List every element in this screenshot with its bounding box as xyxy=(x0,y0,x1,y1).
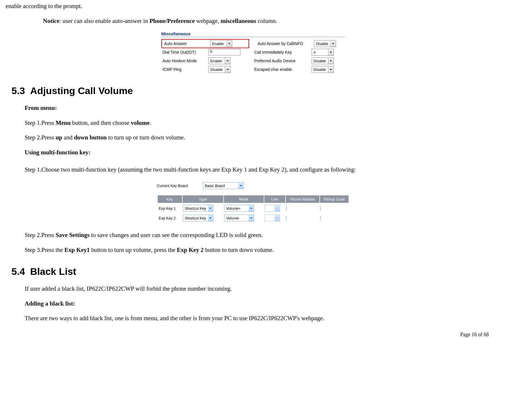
select[interactable]: Volume- xyxy=(224,215,254,221)
kb-cell xyxy=(286,214,319,222)
notice-t2: webpage, xyxy=(195,18,220,24)
kb-key-cell: Exp Key 1 xyxy=(158,204,182,213)
keyboard-screenshot: Current Key Board Basic Board KeyTypeMod… xyxy=(157,182,349,223)
mfk-s3b: Exp Key1 xyxy=(65,246,90,253)
kb-header-cell: Line xyxy=(264,195,285,203)
adding-blacklist-subhead: Adding a black list: xyxy=(25,299,477,308)
misc-label: Escaped char enable xyxy=(246,67,312,72)
s2c: and xyxy=(62,134,74,141)
current-keyboard-select[interactable]: Basic Board xyxy=(203,182,244,189)
kb-cell: Volume+ xyxy=(224,204,264,213)
mfk-s2a: Step 2.Press xyxy=(25,232,56,238)
using-mfk-subhead: Using multi-function key: xyxy=(25,148,477,157)
chevron-down-icon xyxy=(249,215,254,221)
misc-ctrl: 5 xyxy=(208,49,246,55)
s1a: Step 1.Press xyxy=(25,119,56,126)
misc-screenshot: Miscellaneous Auto AnswerEnableAuto Answ… xyxy=(161,31,345,74)
blacklist-intro: If user added a black list, IP622C/IP622… xyxy=(25,284,477,293)
kb-key-cell: Exp Key 2 xyxy=(158,214,182,222)
section-5-4-heading: 5.4Black List xyxy=(11,266,500,277)
select[interactable]: Volume+ xyxy=(224,205,254,212)
kb-cell xyxy=(320,214,348,222)
chevron-down-icon xyxy=(238,182,243,189)
select[interactable]: Enable xyxy=(210,40,232,47)
kb-top-label: Current Key Board xyxy=(157,184,203,188)
kb-cell xyxy=(286,204,319,213)
misc-ctrl: Disable xyxy=(312,57,343,64)
s1b: Menu xyxy=(56,119,71,126)
chevron-down-icon xyxy=(330,40,336,47)
mfk-s3a: Step 3.Press the xyxy=(25,246,65,253)
mfk-step1: Step 1.Choose two multi-function key (as… xyxy=(25,163,477,176)
misc-ctrl: # xyxy=(312,49,343,56)
kb-cell xyxy=(264,214,285,222)
chevron-down-icon xyxy=(225,66,230,73)
section-5-3-heading: 5.3Adjusting Call Volume xyxy=(11,85,500,96)
select-value: Shortcut Key xyxy=(183,216,208,220)
misc-label: Dial Time Out(IDT) xyxy=(161,50,208,55)
chevron-down-icon xyxy=(225,58,230,64)
kb-table: KeyTypeModeLinePhone NumberPickup Code E… xyxy=(157,194,349,223)
s2b: up xyxy=(56,134,62,141)
chevron-down-icon xyxy=(208,215,213,221)
pickup-code-input[interactable] xyxy=(320,206,321,211)
kb-cell xyxy=(320,204,348,213)
kb-header-cell: Type xyxy=(183,195,223,203)
phone-number-input[interactable] xyxy=(286,216,287,221)
notice-line: Notice: user can also enable auto-answer… xyxy=(43,17,500,26)
kb-cell: Shortcut Key xyxy=(183,214,223,222)
current-keyboard-value: Basic Board xyxy=(203,184,238,188)
chevron-down-icon xyxy=(208,205,213,211)
chevron-down-icon xyxy=(328,58,333,64)
notice-b1: Phone/Preference xyxy=(149,18,195,24)
misc-title: Miscellaneous xyxy=(161,31,345,37)
misc-row: Dial Time Out(IDT)5Call Immediately Key# xyxy=(161,48,345,57)
kb-header-cell: Mode xyxy=(224,195,264,203)
mfk-s3e: button to turn down volume. xyxy=(204,246,274,253)
table-row: Exp Key 1Shortcut KeyVolume+ xyxy=(158,204,349,213)
misc-label: Auto Answer xyxy=(163,41,210,46)
select[interactable]: Enable xyxy=(208,57,230,64)
chevron-down-icon xyxy=(275,215,280,221)
misc-row: Auto Hookon ModeEnablePreferred Audio De… xyxy=(161,57,345,65)
notice-b2: miscellaneous xyxy=(221,18,256,24)
step1-menu: Step 1.Press Menu button, and then choos… xyxy=(25,118,477,128)
select[interactable]: # xyxy=(312,49,334,56)
section-5-3-num: 5.3 xyxy=(11,85,25,96)
misc-ctrl: Disable xyxy=(208,66,246,73)
select-value: Volume- xyxy=(224,216,249,220)
select[interactable]: Disable xyxy=(208,66,230,73)
s2a: Step 2.Press xyxy=(25,134,56,141)
select[interactable]: Shortcut Key xyxy=(183,215,213,221)
phone-number-input[interactable] xyxy=(286,206,287,211)
pickup-code-input[interactable] xyxy=(320,216,321,221)
select xyxy=(265,205,280,212)
select-value: # xyxy=(312,50,328,55)
notice-prefix: Notice xyxy=(43,18,59,24)
chevron-down-icon xyxy=(249,205,254,211)
select[interactable]: Disable xyxy=(312,66,334,73)
select-value: Disable xyxy=(314,42,330,46)
select[interactable]: Disable xyxy=(312,57,334,64)
s2d: down button xyxy=(74,134,107,141)
section-5-4-num: 5.4 xyxy=(11,266,25,277)
misc-ctrl: Enable xyxy=(210,40,247,47)
s1e: . xyxy=(150,119,151,126)
notice-t3: column. xyxy=(256,18,277,24)
select-value: Volume+ xyxy=(224,206,249,211)
misc-row: ICMP PingDisableEscaped char enableDisab… xyxy=(161,65,345,74)
kb-header-cell: Phone Number xyxy=(286,195,319,203)
mfk-s3c: button to turn up volume, press the xyxy=(90,246,177,253)
intro-fragment: enable according to the prompt. xyxy=(6,2,500,11)
step2-menu: Step 2.Press up and down button to turn … xyxy=(25,133,477,142)
select[interactable]: Disable xyxy=(314,40,336,47)
misc-label: Auto Answer by CallINFO xyxy=(249,41,314,46)
select[interactable]: Shortcut Key xyxy=(183,205,213,212)
select-value: Enable xyxy=(210,42,226,46)
misc-label: ICMP Ping xyxy=(161,67,208,72)
misc-label: Auto Hookon Mode xyxy=(161,59,208,63)
select-value: Enable xyxy=(209,59,225,63)
text-input[interactable]: 5 xyxy=(208,49,241,55)
select-value: Disable xyxy=(312,59,328,63)
select-value: Shortcut Key xyxy=(183,206,208,211)
